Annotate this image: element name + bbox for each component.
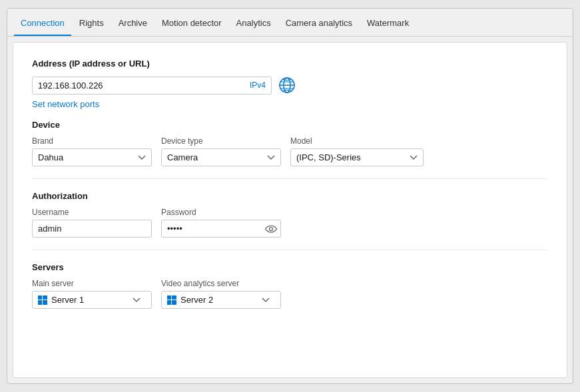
tab-analytics[interactable]: Analytics <box>230 13 278 36</box>
password-group: Password <box>161 208 281 238</box>
divider-2 <box>32 250 548 250</box>
tab-rights[interactable]: Rights <box>73 13 111 36</box>
servers-row: Main server Server 1 Vid <box>32 279 548 309</box>
address-section-label: Address (IP address or URL) <box>32 59 548 69</box>
password-input[interactable] <box>161 220 281 238</box>
ipv4-link[interactable]: IPv4 <box>250 81 266 90</box>
svg-rect-7 <box>43 295 47 299</box>
address-input-wrapper: IPv4 <box>32 77 272 95</box>
svg-rect-8 <box>38 300 42 305</box>
address-input[interactable] <box>38 81 250 91</box>
svg-rect-13 <box>172 300 176 305</box>
model-label: Model <box>290 136 424 146</box>
tab-bar: Connection Rights Archive Motion detecto… <box>7 9 573 37</box>
username-input[interactable] <box>32 220 152 238</box>
brand-select[interactable]: Dahua <box>32 148 152 166</box>
main-server-wrapper: Server 1 <box>32 291 152 309</box>
svg-rect-11 <box>172 295 176 299</box>
device-type-group: Device type Camera <box>161 136 281 166</box>
toggle-password-button[interactable] <box>265 225 277 233</box>
svg-rect-6 <box>38 295 42 299</box>
main-window: Connection Rights Archive Motion detecto… <box>7 8 573 384</box>
svg-rect-10 <box>167 295 171 299</box>
password-wrapper <box>161 220 281 238</box>
windows-icon-2 <box>167 295 176 305</box>
servers-section-label: Servers <box>32 262 548 272</box>
model-group: Model (IPC, SD)-Series <box>290 136 424 166</box>
brand-label: Brand <box>32 136 152 146</box>
brand-group: Brand Dahua <box>32 136 152 166</box>
device-section-label: Device <box>32 120 548 130</box>
svg-rect-12 <box>167 300 171 305</box>
divider-1 <box>32 178 548 179</box>
authorization-section-label: Authorization <box>32 191 548 201</box>
svg-point-5 <box>270 227 273 230</box>
tab-archive[interactable]: Archive <box>112 13 154 36</box>
device-type-label: Device type <box>161 136 281 146</box>
auth-row: Username Password <box>32 208 548 238</box>
main-server-label: Main server <box>32 279 152 288</box>
windows-icon-1 <box>38 295 47 305</box>
main-server-group: Main server Server 1 <box>32 279 152 309</box>
svg-rect-9 <box>43 300 47 305</box>
device-row: Brand Dahua Device type Camera Model (IP… <box>32 136 548 166</box>
browser-icon[interactable] <box>277 75 297 95</box>
device-type-select[interactable]: Camera <box>161 148 281 166</box>
model-select[interactable]: (IPC, SD)-Series <box>290 148 424 166</box>
main-server-select[interactable]: Server 1 <box>51 292 146 308</box>
video-analytics-server-label: Video analytics server <box>161 279 281 288</box>
video-analytics-server-select[interactable]: Server 2 <box>180 292 275 308</box>
tab-motion-detector[interactable]: Motion detector <box>155 13 228 36</box>
tab-camera-analytics[interactable]: Camera analytics <box>279 13 359 36</box>
username-group: Username <box>32 208 152 238</box>
set-network-ports-link[interactable]: Set network ports <box>32 99 99 109</box>
username-label: Username <box>32 208 152 217</box>
address-row: IPv4 <box>32 75 548 95</box>
video-analytics-server-group: Video analytics server Server 2 <box>161 279 281 309</box>
password-label: Password <box>161 208 281 217</box>
video-analytics-server-wrapper: Server 2 <box>161 291 281 309</box>
content-panel: Address (IP address or URL) IPv4 Set net… <box>13 42 567 378</box>
tab-connection[interactable]: Connection <box>14 13 71 36</box>
tab-watermark[interactable]: Watermark <box>360 13 416 36</box>
